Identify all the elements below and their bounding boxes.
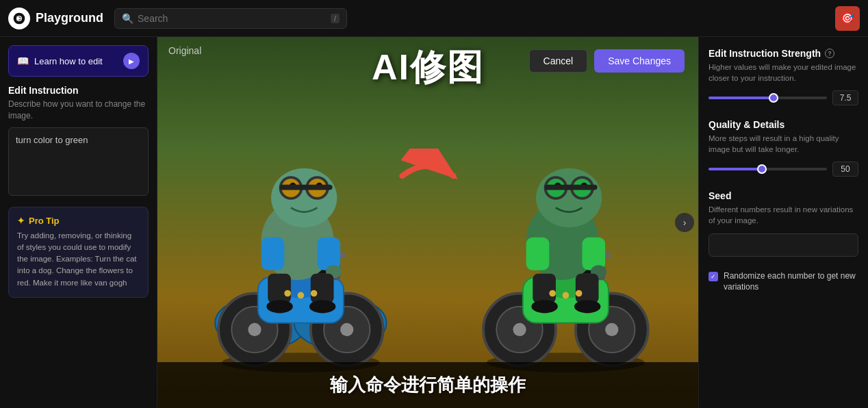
edit-instruction-title: Edit Instruction — [8, 85, 149, 96]
svg-point-39 — [513, 323, 526, 336]
svg-point-63 — [574, 300, 600, 313]
search-shortcut: / — [331, 14, 340, 23]
frog-green-svg — [467, 99, 665, 376]
strength-slider-row: 7.5 — [709, 90, 858, 105]
star-icon: ✦ — [17, 216, 25, 226]
svg-point-49 — [536, 168, 602, 228]
learn-btn-left: 📖 Learn how to edit — [17, 55, 103, 66]
quality-section: Quality & Details More steps will result… — [709, 119, 858, 177]
pro-tip-text: Try adding, removing, or thinking of sty… — [17, 230, 140, 289]
svg-point-34 — [311, 290, 318, 297]
subtitle-text: 输入命令进行简单的操作 — [171, 373, 685, 397]
svg-point-33 — [298, 292, 305, 299]
strength-section: Edit Instruction Strength ? Higher value… — [709, 48, 858, 105]
center-content: AI修图 Cancel Save Changes Original — [157, 37, 698, 408]
svg-rect-26 — [317, 238, 340, 270]
topbar: Playground 🔍 / 🎯 — [0, 0, 868, 37]
svg-point-66 — [576, 290, 583, 297]
cancel-button[interactable]: Cancel — [529, 49, 588, 73]
strength-thumb[interactable] — [769, 93, 778, 103]
quality-value: 50 — [832, 162, 858, 177]
arrow-container — [394, 149, 462, 206]
svg-point-30 — [266, 300, 292, 313]
quality-fill — [709, 168, 762, 170]
svg-point-64 — [549, 290, 556, 297]
search-input[interactable] — [138, 13, 327, 24]
svg-rect-28 — [268, 274, 291, 303]
strength-info-icon[interactable]: ? — [825, 49, 834, 58]
randomize-checkbox[interactable]: ✓ — [709, 272, 718, 281]
main-layout: 📖 Learn how to edit ▶ Edit Instruction D… — [0, 37, 868, 408]
next-button[interactable]: › — [675, 213, 694, 232]
right-sidebar: Edit Instruction Strength ? Higher value… — [698, 37, 868, 408]
seed-section: Seed Different numbers result in new var… — [709, 190, 858, 256]
svg-point-17 — [271, 168, 337, 228]
quality-title: Quality & Details — [709, 119, 858, 130]
frog-left — [185, 74, 418, 400]
svg-point-7 — [248, 323, 261, 336]
quality-slider[interactable] — [709, 168, 827, 170]
subtitle-bar: 输入命令进行简单的操作 — [157, 362, 698, 408]
seed-input[interactable] — [709, 233, 858, 257]
strength-slider[interactable] — [709, 97, 827, 99]
svg-rect-58 — [583, 238, 606, 270]
arrow-svg — [394, 149, 462, 203]
svg-point-32 — [284, 290, 291, 297]
svg-rect-29 — [311, 274, 334, 303]
frog-blue-svg — [202, 99, 400, 376]
seed-title: Seed — [709, 190, 858, 201]
randomize-row: ✓ Randomize each number to get new varia… — [709, 270, 858, 294]
book-icon: 📖 — [17, 55, 29, 66]
svg-rect-60 — [533, 274, 556, 303]
pro-tip-box: ✦ Pro Tip Try adding, removing, or think… — [8, 207, 149, 298]
seed-desc: Different numbers result in new variatio… — [709, 204, 858, 226]
learn-how-to-edit-button[interactable]: 📖 Learn how to edit ▶ — [8, 45, 149, 77]
svg-rect-61 — [576, 274, 599, 303]
search-icon: 🔍 — [122, 13, 133, 24]
svg-point-62 — [531, 300, 557, 313]
pro-tip-title: ✦ Pro Tip — [17, 216, 140, 226]
logo-area: Playground — [8, 8, 103, 29]
strength-fill — [709, 97, 774, 99]
save-changes-button[interactable]: Save Changes — [594, 49, 685, 73]
learn-label: Learn how to edit — [34, 56, 103, 66]
center-header: AI修图 Cancel Save Changes — [157, 37, 698, 99]
quality-desc: More steps will result in a high quality… — [709, 133, 858, 155]
svg-point-42 — [605, 323, 618, 336]
svg-rect-57 — [526, 238, 550, 270]
left-sidebar: 📖 Learn how to edit ▶ Edit Instruction D… — [0, 37, 157, 408]
svg-rect-56 — [545, 185, 598, 190]
svg-point-65 — [563, 292, 570, 299]
randomize-label: Randomize each number to get new variati… — [724, 270, 858, 294]
svg-point-10 — [340, 323, 353, 336]
play-icon: ▶ — [123, 53, 140, 69]
edit-instruction-desc: Describe how you want to change the imag… — [8, 99, 149, 122]
strength-value: 7.5 — [832, 90, 858, 105]
avatar[interactable]: 🎯 — [835, 6, 860, 31]
quality-slider-row: 50 — [709, 162, 858, 177]
svg-rect-24 — [280, 185, 333, 190]
quality-thumb[interactable] — [757, 164, 767, 174]
logo-text: Playground — [36, 11, 103, 25]
strength-desc: Higher values will make your edited imag… — [709, 62, 858, 84]
edit-instruction-section: Edit Instruction Describe how you want t… — [8, 85, 149, 199]
strength-title: Edit Instruction Strength ? — [709, 48, 858, 59]
frog-right — [450, 74, 682, 400]
svg-point-31 — [309, 300, 335, 313]
search-bar[interactable]: 🔍 / — [114, 8, 347, 29]
svg-rect-25 — [261, 238, 285, 270]
instruction-textarea[interactable]: turn color to green — [8, 127, 149, 196]
header-actions: Cancel Save Changes — [529, 49, 685, 73]
logo-icon — [8, 8, 30, 29]
